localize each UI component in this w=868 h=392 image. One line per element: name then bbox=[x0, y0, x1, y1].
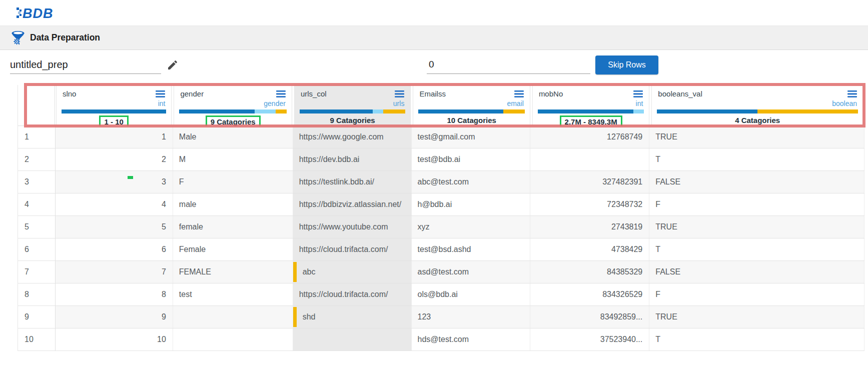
cell-urls_col[interactable]: https://www.google.com bbox=[293, 126, 412, 148]
quality-bar-segment[interactable] bbox=[373, 110, 383, 114]
cell-Emailss[interactable]: test@bsd.ashd bbox=[412, 238, 531, 260]
quality-bar-segment[interactable] bbox=[300, 110, 373, 114]
column-quality-bar[interactable] bbox=[538, 110, 644, 114]
breadcrumb-bar: Data Preparation bbox=[0, 26, 868, 50]
cell-booleans_val[interactable]: F bbox=[649, 284, 864, 306]
cell-mobNo[interactable]: 2743819 bbox=[530, 216, 649, 238]
cell-urls_col[interactable]: https://dev.bdb.ai bbox=[293, 148, 412, 170]
cell-Emailss[interactable]: 123 bbox=[412, 306, 531, 328]
cell-booleans_val[interactable]: T bbox=[649, 148, 864, 170]
quality-bar-segment[interactable] bbox=[418, 110, 503, 114]
cell-Emailss[interactable]: test@bdb.ai bbox=[412, 148, 531, 170]
cell-gender[interactable]: Female bbox=[173, 238, 293, 260]
cell-gender[interactable]: FEMALE bbox=[173, 261, 293, 283]
cell-gender[interactable] bbox=[173, 328, 293, 350]
quality-bar-segment[interactable] bbox=[657, 110, 757, 114]
pencil-edit-icon[interactable] bbox=[165, 58, 180, 73]
column-header-mobNo[interactable]: mobNoint2.7M - 8349.3M bbox=[532, 85, 649, 126]
cell-gender[interactable]: test bbox=[173, 284, 293, 306]
quality-bar-segment[interactable] bbox=[538, 110, 633, 114]
cell-urls_col[interactable]: https://cloud.trifacta.com/ bbox=[293, 238, 412, 260]
quality-bar-segment[interactable] bbox=[255, 110, 276, 114]
column-header-urls_col[interactable]: urls_colurls9 Catagories bbox=[294, 85, 411, 126]
cell-slno[interactable]: 5 bbox=[56, 216, 173, 238]
cell-Emailss[interactable]: xyz bbox=[412, 216, 531, 238]
cell-Emailss[interactable]: hds@test.com bbox=[412, 328, 531, 350]
column-menu-icon[interactable] bbox=[633, 90, 643, 98]
skip-rows-input[interactable] bbox=[427, 55, 590, 74]
cell-gender[interactable]: M bbox=[173, 148, 293, 170]
column-menu-icon[interactable] bbox=[395, 90, 404, 98]
cell-gender[interactable] bbox=[173, 306, 293, 328]
cell-gender[interactable]: female bbox=[173, 216, 293, 238]
cell-booleans_val[interactable]: FALSE bbox=[649, 171, 864, 193]
cell-slno[interactable]: 1 bbox=[56, 126, 173, 148]
quality-bar-segment[interactable] bbox=[62, 110, 167, 114]
cell-urls_col[interactable]: https://testlink.bdb.ai/ bbox=[293, 171, 412, 193]
cell-mobNo[interactable] bbox=[530, 148, 649, 170]
cell-Emailss[interactable]: h@bdb.ai bbox=[412, 194, 531, 216]
cell-mobNo[interactable]: 12768749 bbox=[530, 126, 649, 148]
column-header-booleans_val[interactable]: booleans_valboolean4 Catagories bbox=[651, 85, 863, 126]
cell-gender[interactable]: Male bbox=[173, 126, 293, 148]
column-quality-bar[interactable] bbox=[657, 110, 858, 114]
quality-bar-segment[interactable] bbox=[383, 110, 405, 114]
prep-name-input[interactable] bbox=[10, 56, 161, 74]
column-quality-bar[interactable] bbox=[179, 110, 286, 114]
cell-slno[interactable]: 8 bbox=[56, 284, 173, 306]
cell-slno[interactable]: 10 bbox=[56, 328, 173, 350]
cell-booleans_val[interactable]: TRUE bbox=[649, 216, 864, 238]
cell-Emailss[interactable]: asd@test.com bbox=[412, 261, 531, 283]
cell-slno[interactable]: 4 bbox=[56, 194, 173, 216]
cell-urls_col[interactable] bbox=[293, 328, 412, 350]
quality-bar-segment[interactable] bbox=[179, 110, 254, 114]
cell-urls_col[interactable]: https://bdbizviz.atlassian.net/ bbox=[293, 194, 412, 216]
column-header-slno[interactable]: slnoint1 - 10 bbox=[56, 85, 172, 126]
column-quality-bar[interactable] bbox=[62, 110, 167, 114]
cell-mobNo[interactable]: 83492859... bbox=[530, 306, 649, 328]
cell-booleans_val[interactable]: T bbox=[649, 238, 864, 260]
cell-slno[interactable]: 3 bbox=[56, 171, 173, 193]
data-grid: slnoint1 - 10gendergender9 Catagoriesurl… bbox=[18, 85, 864, 351]
column-menu-icon[interactable] bbox=[514, 90, 524, 98]
cell-Emailss[interactable]: test@gmail.com bbox=[412, 126, 531, 148]
cell-slno[interactable]: 9 bbox=[56, 306, 173, 328]
cell-booleans_val[interactable]: T bbox=[649, 328, 864, 350]
column-quality-bar[interactable] bbox=[300, 110, 406, 114]
cell-booleans_val[interactable]: FALSE bbox=[649, 261, 864, 283]
cell-mobNo[interactable]: 37523940... bbox=[530, 328, 649, 350]
cell-urls_col[interactable]: https://cloud.trifacta.com/ bbox=[293, 284, 412, 306]
cell-mobNo[interactable]: 4738429 bbox=[530, 238, 649, 260]
cell-Emailss[interactable]: abc@test.com bbox=[412, 171, 531, 193]
column-quality-bar[interactable] bbox=[418, 110, 524, 114]
cell-mobNo[interactable]: 327482391 bbox=[530, 171, 649, 193]
cell-slno[interactable]: 6 bbox=[56, 238, 173, 260]
quality-bar-segment[interactable] bbox=[276, 110, 286, 114]
column-menu-icon[interactable] bbox=[847, 90, 857, 98]
cell-value: FALSE bbox=[655, 178, 680, 186]
column-menu-icon[interactable] bbox=[156, 90, 165, 98]
cell-mobNo[interactable]: 834326529 bbox=[530, 284, 649, 306]
cell-urls_col[interactable]: abc bbox=[293, 261, 412, 283]
quality-bar-segment[interactable] bbox=[757, 110, 858, 114]
column-menu-icon[interactable] bbox=[276, 90, 286, 98]
hamburger-glyph bbox=[276, 90, 286, 98]
cell-gender[interactable]: F bbox=[173, 171, 293, 193]
column-header-Emailss[interactable]: Emailssemail10 Catagories bbox=[413, 85, 530, 126]
column-header-gender[interactable]: gendergender9 Catagories bbox=[174, 85, 292, 126]
cell-urls_col[interactable]: shd bbox=[293, 306, 412, 328]
cell-gender[interactable]: male bbox=[173, 194, 293, 216]
cell-slno[interactable]: 2 bbox=[56, 148, 173, 170]
skip-rows-button[interactable]: Skip Rows bbox=[595, 56, 658, 74]
cell-booleans_val[interactable]: TRUE bbox=[649, 306, 864, 328]
quality-bar-segment[interactable] bbox=[633, 110, 644, 114]
cell-urls_col[interactable]: https://www.youtube.com bbox=[293, 216, 412, 238]
cell-booleans_val[interactable]: F bbox=[649, 194, 864, 216]
cell-booleans_val[interactable]: TRUE bbox=[649, 126, 864, 148]
quality-bar-segment[interactable] bbox=[503, 110, 524, 114]
cell-slno[interactable]: 7 bbox=[56, 261, 173, 283]
bdb-logo-icon[interactable]: BDB bbox=[17, 4, 55, 22]
cell-mobNo[interactable]: 84385329 bbox=[530, 261, 649, 283]
cell-Emailss[interactable]: ols@bdb.ai bbox=[412, 284, 531, 306]
cell-mobNo[interactable]: 72348732 bbox=[530, 194, 649, 216]
